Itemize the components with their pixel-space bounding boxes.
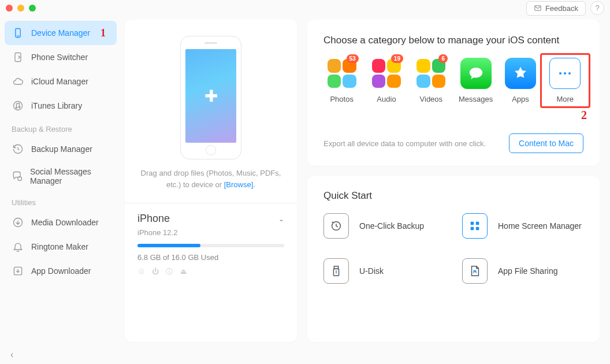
device-dropdown[interactable]: ⌄ bbox=[278, 215, 284, 223]
device-panel: ✚ Drag and drop files (Photos, Music, PD… bbox=[125, 20, 297, 342]
cat-messages[interactable]: Messages bbox=[458, 58, 494, 103]
cat-audio[interactable]: 19 Audio bbox=[368, 58, 404, 103]
browse-link[interactable]: [Browse] bbox=[224, 180, 254, 189]
plus-icon: ✚ bbox=[204, 87, 218, 106]
drop-text: Drag and drop files (Photos, Music, PDFs… bbox=[136, 168, 285, 190]
sidebar-item-backup-manager[interactable]: Backup Manager bbox=[5, 137, 117, 161]
phone-preview[interactable]: ✚ bbox=[180, 36, 241, 159]
sidebar-item-label: App Downloader bbox=[31, 266, 91, 276]
device-os: iPhone 12.2 bbox=[137, 228, 284, 237]
mail-icon bbox=[534, 4, 542, 12]
qs-u-disk[interactable]: U-Disk bbox=[323, 258, 445, 284]
switcher-icon bbox=[12, 51, 24, 64]
sidebar-item-itunes-library[interactable]: iTunes Library bbox=[5, 94, 117, 118]
sidebar-section-backup: Backup & Restore bbox=[5, 118, 117, 137]
svg-point-4 bbox=[14, 102, 23, 110]
svg-rect-11 bbox=[471, 222, 474, 225]
qs-home-screen-manager[interactable]: Home Screen Manager bbox=[462, 213, 583, 239]
sidebar-item-app-downloader[interactable]: App Downloader bbox=[5, 259, 117, 283]
sidebar-item-label: iCloud Manager bbox=[31, 77, 88, 86]
device-mini-icons: ⦾ ⏻ ⓘ ⏏ bbox=[137, 268, 284, 276]
file-sharing-icon bbox=[462, 258, 488, 284]
svg-rect-13 bbox=[471, 227, 474, 231]
export-text: Export all device data to computer with … bbox=[323, 139, 486, 148]
globe-icon[interactable]: ⦾ bbox=[137, 268, 146, 276]
cat-photos[interactable]: 53 Photos bbox=[323, 58, 360, 103]
window-close[interactable] bbox=[6, 5, 13, 12]
window-zoom[interactable] bbox=[29, 5, 36, 12]
storage-bar bbox=[137, 244, 284, 247]
window-minimize[interactable] bbox=[17, 5, 24, 12]
badge: 6 bbox=[438, 54, 448, 63]
info-icon[interactable]: ⓘ bbox=[165, 268, 173, 276]
sidebar-section-utilities: Utilities bbox=[5, 191, 117, 210]
device-name: iPhone bbox=[137, 213, 170, 225]
quickstart-title: Quick Start bbox=[323, 190, 583, 202]
feedback-button[interactable]: Feedback bbox=[526, 1, 586, 16]
sidebar-item-phone-switcher[interactable]: Phone Switcher bbox=[5, 45, 117, 69]
feedback-label: Feedback bbox=[545, 4, 578, 13]
sidebar-item-media-downloader[interactable]: Media Downloader bbox=[5, 210, 117, 235]
annotation-step1: 1 bbox=[101, 27, 106, 39]
sidebar-item-label: Backup Manager bbox=[31, 144, 92, 154]
sidebar-item-label: Phone Switcher bbox=[31, 53, 88, 62]
help-label: ? bbox=[595, 3, 599, 12]
sidebar-item-ringtone-maker[interactable]: Ringtone Maker bbox=[5, 235, 117, 259]
content-to-mac-button[interactable]: Content to Mac bbox=[509, 133, 583, 153]
qs-one-click-backup[interactable]: One-Click Backup bbox=[323, 213, 445, 239]
cat-apps[interactable]: Apps bbox=[502, 58, 538, 103]
history-icon bbox=[12, 143, 24, 155]
back-button[interactable]: ‹ bbox=[10, 350, 13, 360]
chat-icon bbox=[12, 170, 23, 183]
storage-text: 6.8 GB of 16.0 GB Used bbox=[137, 253, 284, 262]
cat-videos[interactable]: 6 Videos bbox=[413, 58, 449, 103]
svg-rect-14 bbox=[476, 227, 479, 231]
usb-icon bbox=[323, 258, 349, 284]
app-download-icon bbox=[12, 265, 24, 277]
cat-more[interactable]: More 2 bbox=[547, 58, 583, 103]
help-button[interactable]: ? bbox=[590, 1, 604, 15]
download-icon bbox=[12, 216, 24, 229]
cloud-icon bbox=[12, 75, 24, 88]
category-title: Choose a category below to manage your i… bbox=[323, 35, 583, 46]
home-screen-icon bbox=[462, 213, 488, 239]
sidebar-item-label: Ringtone Maker bbox=[31, 242, 88, 251]
bell-icon bbox=[12, 240, 24, 253]
annotation-step2: 2 bbox=[581, 109, 587, 122]
backup-icon bbox=[323, 213, 349, 239]
itunes-icon bbox=[12, 99, 24, 112]
sidebar-item-label: Media Downloader bbox=[31, 218, 99, 227]
device-icon bbox=[12, 27, 24, 39]
sidebar-item-social-messages[interactable]: Social Messages Manager bbox=[5, 161, 117, 191]
sidebar-item-label: iTunes Library bbox=[31, 101, 82, 110]
quickstart-panel: Quick Start One-Click Backup bbox=[307, 176, 600, 342]
sidebar-item-device-manager[interactable]: Device Manager 1 bbox=[5, 21, 117, 45]
category-panel: Choose a category below to manage your i… bbox=[307, 20, 600, 166]
badge: 19 bbox=[391, 54, 403, 63]
qs-app-file-sharing[interactable]: App File Sharing bbox=[462, 258, 583, 284]
sidebar-item-label: Device Manager bbox=[31, 28, 90, 38]
sidebar-item-label: Social Messages Manager bbox=[30, 167, 110, 185]
power-icon[interactable]: ⏻ bbox=[151, 268, 159, 276]
sidebar-item-icloud-manager[interactable]: iCloud Manager bbox=[5, 69, 117, 94]
badge: 53 bbox=[347, 54, 359, 63]
eject-icon[interactable]: ⏏ bbox=[179, 268, 187, 276]
svg-rect-12 bbox=[476, 222, 479, 225]
